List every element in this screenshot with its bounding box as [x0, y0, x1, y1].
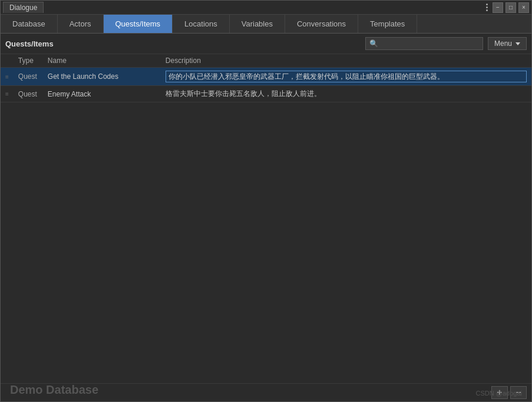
- table-row[interactable]: ≡QuestGet the Launch Codes: [1, 68, 531, 86]
- footer-left: Demo Database: [10, 383, 98, 397]
- title-bar-right: − □ ×: [484, 1, 529, 14]
- col-handle: [1, 54, 14, 68]
- tab-variables[interactable]: Variables: [230, 15, 285, 33]
- row-name: Enemy Attack: [43, 86, 161, 102]
- title-bar-left: Dialogue: [3, 2, 44, 13]
- main-window: Dialogue − □ × Database Actors: [0, 0, 532, 402]
- table-row[interactable]: ≡QuestEnemy Attack格雷夫斯中士要你击毙五名敌人，阻止敌人前进。: [1, 86, 531, 102]
- kebab-dot-3: [486, 9, 488, 11]
- tab-conversations[interactable]: Conversations: [285, 15, 358, 33]
- minimize-button[interactable]: −: [493, 2, 503, 13]
- chevron-down-icon: [516, 42, 520, 45]
- col-name: Name: [43, 54, 161, 68]
- row-handle: ≡: [1, 86, 14, 102]
- tab-locations[interactable]: Locations: [173, 15, 230, 33]
- search-input[interactable]: [365, 37, 483, 50]
- row-description: 格雷夫斯中士要你击毙五名敌人，阻止敌人前进。: [161, 86, 531, 102]
- table-header-row: Type Name Description: [1, 54, 531, 68]
- kebab-menu-icon[interactable]: [484, 1, 490, 14]
- quests-table: Type Name Description ≡QuestGet the Laun…: [1, 54, 531, 102]
- tab-quests-items[interactable]: Quests/Items: [104, 15, 173, 33]
- section-title: Quests/Items: [5, 39, 361, 48]
- kebab-dot-1: [486, 4, 488, 5]
- window-title-tab: Dialogue: [3, 2, 44, 13]
- toolbar: Quests/Items Menu: [1, 34, 531, 54]
- tab-bar: Database Actors Quests/Items Locations V…: [1, 15, 531, 34]
- kebab-dot-2: [486, 6, 488, 8]
- tab-database[interactable]: Database: [1, 15, 58, 33]
- content-area: Quests/Items Menu Type Name Description: [1, 34, 531, 401]
- description-input[interactable]: [166, 71, 527, 82]
- row-description[interactable]: [161, 68, 531, 86]
- menu-button[interactable]: Menu: [488, 37, 527, 50]
- col-type: Type: [14, 54, 43, 68]
- row-name: Get the Launch Codes: [43, 68, 161, 86]
- title-bar: Dialogue − □ ×: [1, 1, 531, 15]
- row-type: Quest: [14, 86, 43, 102]
- table-body: ≡QuestGet the Launch Codes≡QuestEnemy At…: [1, 68, 531, 102]
- tab-actors[interactable]: Actors: [58, 15, 104, 33]
- table-container: Type Name Description ≡QuestGet the Laun…: [1, 54, 531, 383]
- footer-right: CSDN @adogai: [476, 390, 522, 397]
- row-handle: ≡: [1, 68, 14, 86]
- row-type: Quest: [14, 68, 43, 86]
- window-title: Dialogue: [9, 4, 37, 12]
- maximize-button[interactable]: □: [505, 2, 516, 13]
- tab-templates[interactable]: Templates: [358, 15, 417, 33]
- close-button[interactable]: ×: [518, 2, 529, 13]
- col-description: Description: [161, 54, 531, 68]
